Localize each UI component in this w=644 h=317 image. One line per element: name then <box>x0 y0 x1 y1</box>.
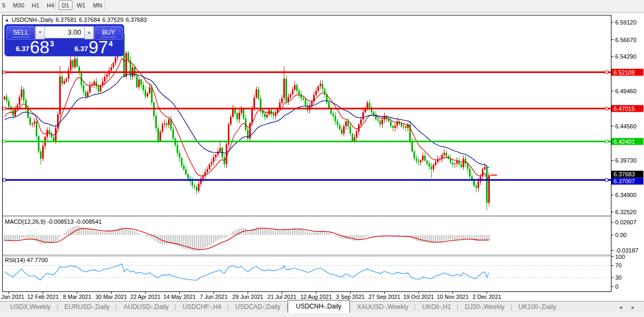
chart-tab[interactable]: USDCHF-,H4 <box>176 302 228 313</box>
collapse-panel-icon[interactable]: ▲ <box>5 18 9 22</box>
svg-text:70: 70 <box>615 262 622 269</box>
svg-text:6.44560: 6.44560 <box>615 123 637 129</box>
chevron-down-icon: ▼ <box>38 30 42 34</box>
hline-handle[interactable] <box>606 71 608 74</box>
svg-text:8 Mar 2021: 8 Mar 2021 <box>63 294 91 300</box>
status-strip <box>0 313 644 317</box>
svg-text:100: 100 <box>615 254 625 260</box>
svg-text:6.32520: 6.32520 <box>615 209 637 215</box>
chart-tab[interactable]: UK100-,Daily <box>512 302 563 313</box>
svg-text:30: 30 <box>615 274 622 281</box>
tabs-scroll-left-icon[interactable]: ◄ <box>618 305 623 310</box>
toolbar-separator <box>105 1 105 10</box>
svg-text:21 Jan 2021: 21 Jan 2021 <box>0 294 25 300</box>
timeframe-button[interactable]: 5 <box>0 1 9 10</box>
timeframe-button[interactable]: H1 <box>29 1 43 10</box>
svg-text:6.52109: 6.52109 <box>614 69 635 76</box>
svg-text:14 May 2021: 14 May 2021 <box>163 294 196 300</box>
svg-text:22 Apr 2021: 22 Apr 2021 <box>130 294 161 300</box>
svg-text:6.49460: 6.49460 <box>615 88 637 94</box>
chart-title-bar: ▲USDCNH-,Daily6.375816.376846.375296.376… <box>5 17 149 23</box>
svg-text:29 Jun 2021: 29 Jun 2021 <box>233 294 264 300</box>
svg-text:0.02607: 0.02607 <box>615 219 637 225</box>
timeframe-buttons: 5M30H1H4D1W1MN <box>0 1 106 10</box>
svg-text:6.59120: 6.59120 <box>615 19 637 26</box>
rsi-line <box>5 264 489 280</box>
toolbar-separator <box>55 1 56 10</box>
hline-handle[interactable] <box>3 178 6 181</box>
svg-text:10 Nov 2021: 10 Nov 2021 <box>437 294 469 300</box>
svg-text:6.54290: 6.54290 <box>615 53 637 60</box>
chart-tab-bar: USDX,WeeklyEURUSD-,DailyAUDUSD-,DailyUSD… <box>0 301 644 313</box>
svg-text:0.00: 0.00 <box>615 232 626 238</box>
tabs-scroll-right-icon[interactable]: ► <box>631 305 635 310</box>
buy-price-big: 97 <box>89 39 108 55</box>
svg-text:27 Sep 2021: 27 Sep 2021 <box>369 294 401 300</box>
svg-text:6.47015: 6.47015 <box>614 105 635 112</box>
chart-symbol-title: USDCNH-,Daily <box>12 17 53 23</box>
svg-text:6.42401: 6.42401 <box>614 139 635 145</box>
hline-handle[interactable] <box>3 107 6 110</box>
chart-tab[interactable]: UKOil-,H1 <box>415 302 458 313</box>
chart-tab[interactable]: DJ30-,Weekly <box>458 302 511 313</box>
rsi-indicator-label: RSI(14) 47.7700 <box>5 257 48 263</box>
svg-text:6.39730: 6.39730 <box>615 157 637 164</box>
svg-text:6.37683: 6.37683 <box>614 171 635 177</box>
chart-tab[interactable]: XAUUSD-,Weekly <box>350 302 415 313</box>
svg-text:30 Mar 2021: 30 Mar 2021 <box>96 294 127 300</box>
svg-text:6.56670: 6.56670 <box>615 37 637 43</box>
buy-price-sup: 4 <box>109 39 113 48</box>
sell-price-display[interactable]: 6.37 68 3 <box>6 39 64 55</box>
rsi-panel <box>3 264 611 280</box>
chart-tab[interactable]: EURUSD-,Daily <box>58 302 117 313</box>
volume-input[interactable]: 3.00 <box>44 26 85 38</box>
ohlc-low: 6.37529 <box>102 17 124 23</box>
macd-panel <box>4 225 490 251</box>
hline-handle[interactable] <box>606 140 608 143</box>
timeframe-button[interactable]: W1 <box>74 1 89 10</box>
ohlc-high: 6.37684 <box>79 17 100 23</box>
svg-text:0: 0 <box>615 283 618 290</box>
svg-text:12 Feb 2021: 12 Feb 2021 <box>27 294 59 300</box>
date-axis[interactable]: 21 Jan 202112 Feb 20218 Mar 202130 Mar 2… <box>0 292 502 300</box>
svg-text:6.34900: 6.34900 <box>615 192 637 198</box>
chart-tab[interactable]: USDCNH-,Daily <box>288 300 350 313</box>
svg-text:6.37007: 6.37007 <box>614 178 635 184</box>
macd-indicator-label: MACD(12,26,9) -0.008513 -0.008541 <box>5 218 102 225</box>
tab-scroll-arrows: ◄ ► <box>612 305 635 310</box>
timeframe-button[interactable]: M30 <box>10 1 27 10</box>
svg-text:7 Jun 2021: 7 Jun 2021 <box>200 294 228 300</box>
chevron-up-icon: ▲ <box>88 30 91 34</box>
timeframe-button[interactable]: D1 <box>59 1 73 10</box>
hline-handle[interactable] <box>3 71 6 74</box>
hline-handle[interactable] <box>606 107 608 110</box>
svg-text:-0.03187: -0.03187 <box>615 247 638 254</box>
ma-slow-line <box>5 74 489 168</box>
svg-text:21 Jul 2021: 21 Jul 2021 <box>267 294 296 300</box>
hline-handle[interactable] <box>3 140 6 143</box>
svg-text:2 Dec 2021: 2 Dec 2021 <box>473 294 502 300</box>
chart-tab[interactable]: USDX,Weekly <box>3 302 58 313</box>
price-axis[interactable]: 6.591206.566706.542906.494606.445606.397… <box>611 19 644 290</box>
hline-handle[interactable] <box>606 178 608 181</box>
sell-price-prefix: 6.37 <box>16 45 29 53</box>
svg-text:12 Aug 2021: 12 Aug 2021 <box>300 294 332 300</box>
buy-price-display[interactable]: 6.37 97 4 <box>65 39 122 55</box>
chart-tab[interactable]: AUDUSD-,Daily <box>116 302 176 313</box>
svg-text:19 Oct 2021: 19 Oct 2021 <box>403 294 434 300</box>
timeframe-toolbar: 5M30H1H4D1W1MN <box>0 0 644 13</box>
buy-price-prefix: 6.37 <box>75 45 88 53</box>
chart-tabs: USDX,WeeklyEURUSD-,DailyAUDUSD-,DailyUSD… <box>3 300 563 313</box>
chart-tab[interactable]: USDCAD-,Daily <box>228 302 288 313</box>
ohlc-close: 6.37683 <box>125 17 147 23</box>
sell-price-sup: 3 <box>50 39 54 48</box>
sell-price-big: 68 <box>30 39 50 55</box>
svg-text:3 Sep 2021: 3 Sep 2021 <box>336 294 365 300</box>
timeframe-button[interactable]: MN <box>90 1 105 10</box>
one-click-trading-panel: SELL ▼ 3.00 ▲ BUY 6.37 68 3 6.37 97 4 <box>4 24 124 56</box>
ohlc-open: 6.37581 <box>55 17 77 23</box>
